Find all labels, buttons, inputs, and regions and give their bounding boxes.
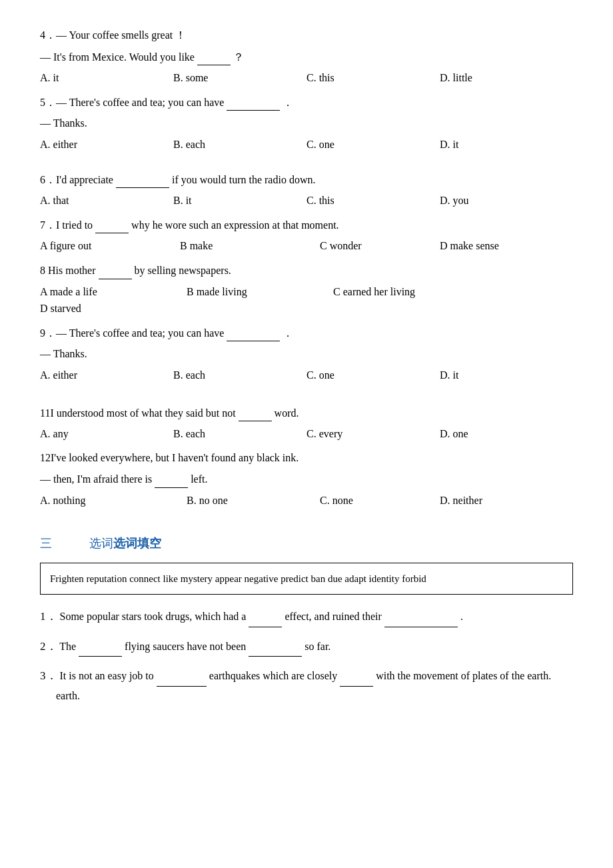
q4-text2: — It's from Mexice. Would you like ？ — [40, 48, 573, 66]
q6-option-c: C. this — [306, 192, 426, 209]
q9-option-c: C. one — [306, 367, 426, 384]
q8-option-a: A made a life — [40, 283, 173, 301]
q5-text1: 5．— There's coffee and tea; you can have… — [40, 93, 573, 111]
fq2-blank1 — [79, 637, 122, 657]
question-4: 4．— Your coffee smells great ！ — It's fr… — [40, 27, 573, 87]
section3-header: 三 选词选词填空 — [40, 534, 573, 553]
q7-option-b: B make — [180, 237, 306, 255]
q7-options: A figure out B make C wonder D make sens… — [40, 237, 573, 255]
q4-option-b: B. some — [173, 69, 293, 87]
fill-q2: 2． The flying saucers have not been so f… — [40, 637, 573, 657]
q8-option-c: C earned her living — [333, 283, 466, 301]
question-12: 12I've looked everywhere, but I haven't … — [40, 449, 573, 509]
q5-options: A. either B. each C. one D. it — [40, 136, 573, 153]
q11-option-c: C. every — [306, 425, 426, 443]
q9-subtext: — Thanks. — [40, 345, 573, 363]
section3-title: 选词选词填空 — [89, 534, 161, 553]
fill-q1: 1． Some popular stars took drugs, which … — [40, 607, 573, 627]
q11-option-b: B. each — [173, 425, 293, 443]
q4-option-c: C. this — [306, 69, 426, 87]
q4-options: A. it B. some C. this D. little — [40, 69, 573, 87]
q12-text1: 12I've looked everywhere, but I haven't … — [40, 449, 573, 467]
question-11: 11I understood most of what they said bu… — [40, 404, 573, 443]
section3-num: 三 — [40, 534, 52, 553]
q9-option-a: A. either — [40, 367, 160, 384]
q5-option-b: B. each — [173, 136, 293, 153]
q9-options: A. either B. each C. one D. it — [40, 367, 573, 384]
q8-option-b: B made living — [187, 283, 320, 301]
q11-options: A. any B. each C. every D. one — [40, 425, 573, 443]
q9-text1: 9．— There's coffee and tea; you can have… — [40, 324, 573, 342]
q7-blank — [95, 216, 129, 234]
q8-option-d: D starved — [40, 300, 160, 317]
q4-text1: 4．— Your coffee smells great ！ — [40, 27, 573, 44]
q5-option-c: C. one — [306, 136, 426, 153]
q9-option-d: D. it — [440, 367, 560, 384]
q12-option-d: D. neither — [440, 492, 560, 509]
question-8: 8 His mother by selling newspapers. A ma… — [40, 261, 573, 317]
q12-option-b: B. no one — [187, 492, 306, 509]
q5-option-d: D. it — [440, 136, 560, 153]
q8-text: 8 His mother by selling newspapers. — [40, 261, 573, 279]
q11-blank — [239, 404, 272, 422]
q12-text2: — then, I'm afraid there is left. — [40, 470, 573, 488]
q6-text: 6．I'd appreciate if you would turn the r… — [40, 171, 573, 189]
q6-options: A. that B. it C. this D. you — [40, 192, 573, 209]
q6-option-b: B. it — [173, 192, 293, 209]
fq1-blank1 — [249, 607, 282, 627]
fq3-blank2 — [340, 667, 373, 687]
q12-options: A. nothing B. no one C. none D. neither — [40, 492, 573, 509]
q7-text: 7．I tried to why he wore such an express… — [40, 216, 573, 234]
question-6: 6．I'd appreciate if you would turn the r… — [40, 171, 573, 209]
q7-option-d: D make sense — [440, 237, 560, 255]
question-9: 9．— There's coffee and tea; you can have… — [40, 324, 573, 384]
question-5: 5．— There's coffee and tea; you can have… — [40, 93, 573, 153]
q7-option-a: A figure out — [40, 237, 167, 255]
q4-option-d: D. little — [440, 69, 560, 87]
q4-blank — [197, 48, 231, 66]
q7-option-c: C wonder — [320, 237, 426, 255]
q8-options: A made a life B made living C earned her… — [40, 283, 573, 317]
q5-option-a: A. either — [40, 136, 160, 153]
question-7: 7．I tried to why he wore such an express… — [40, 216, 573, 255]
q11-option-d: D. one — [440, 425, 560, 443]
fq1-blank2 — [384, 607, 458, 627]
fq3-blank1 — [157, 667, 207, 687]
q12-blank — [155, 470, 188, 488]
q4-option-a: A. it — [40, 69, 160, 87]
fill-q3: 3． It is not an easy job to earthquakes … — [40, 666, 573, 705]
q5-subtext: — Thanks. — [40, 115, 573, 132]
q6-option-d: D. you — [440, 192, 560, 209]
q6-blank — [116, 171, 169, 189]
q12-option-c: C. none — [320, 492, 426, 509]
q9-blank — [227, 324, 280, 342]
q8-blank — [99, 261, 132, 279]
word-box: Frighten reputation connect like mystery… — [40, 563, 573, 595]
q11-option-a: A. any — [40, 425, 160, 443]
q12-option-a: A. nothing — [40, 492, 173, 509]
fq2-blank2 — [249, 637, 302, 657]
q5-blank — [227, 93, 280, 111]
q9-option-b: B. each — [173, 367, 293, 384]
q6-option-a: A. that — [40, 192, 160, 209]
q11-text: 11I understood most of what they said bu… — [40, 404, 573, 422]
